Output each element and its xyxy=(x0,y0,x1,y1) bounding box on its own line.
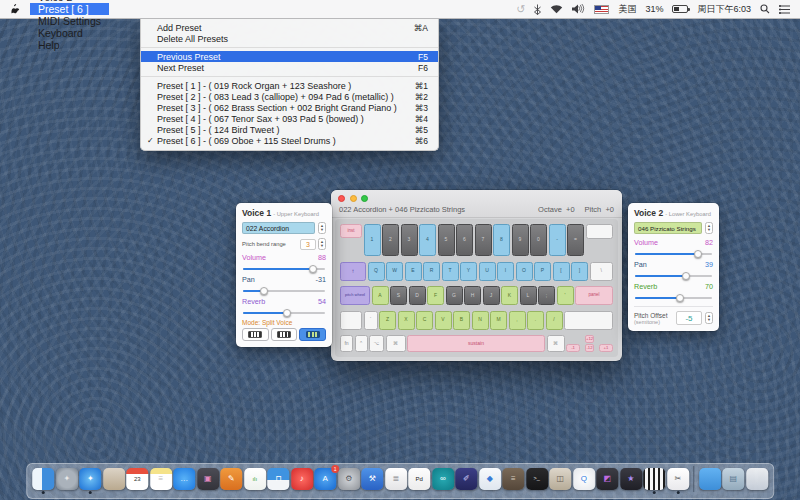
key-P[interactable]: P xyxy=(534,262,551,281)
voice1-instrument-stepper[interactable]: ▲▼ xyxy=(318,222,326,234)
key-M[interactable]: M xyxy=(490,311,507,330)
pitch-offset-value[interactable]: -5 xyxy=(676,311,702,325)
dock-arduino-icon[interactable]: ∞ xyxy=(432,468,454,490)
key-C[interactable]: C xyxy=(416,311,433,330)
pitch-offset-stepper[interactable]: ▲▼ xyxy=(705,312,713,324)
key-\[interactable]: \ xyxy=(590,262,614,281)
mode-single-voice-button[interactable] xyxy=(242,328,269,341)
option-key[interactable]: ⌥ xyxy=(369,335,384,352)
voice2-pan-slider-knob[interactable] xyxy=(682,272,690,280)
volume-icon[interactable] xyxy=(572,4,585,14)
inst-key[interactable]: inst xyxy=(340,224,362,238)
key-W[interactable]: W xyxy=(386,262,403,281)
dock-virtualbox-icon[interactable]: ◆ xyxy=(479,468,501,490)
pitch-bend-range-value[interactable]: 3 xyxy=(300,239,316,250)
dock-numbers-icon[interactable]: ılı xyxy=(244,468,266,490)
key-G[interactable]: G xyxy=(446,286,463,305)
delete-key[interactable] xyxy=(586,224,614,239)
key-;[interactable]: ; xyxy=(538,286,555,305)
dock-preview-icon[interactable] xyxy=(103,468,125,490)
dock-xcode-icon[interactable]: ⚒ xyxy=(361,468,383,490)
key-9[interactable]: 9 xyxy=(512,224,529,256)
pitch-bend-range-stepper[interactable]: ▲▼ xyxy=(318,238,326,250)
menu-item-preset--6[interactable]: ✓Preset [ 6 ] - ( 069 Oboe + 115 Steel D… xyxy=(141,135,438,146)
menu-help[interactable]: Help xyxy=(30,39,109,51)
key-T[interactable]: T xyxy=(442,262,459,281)
dock-imovie-icon[interactable]: ★ xyxy=(620,468,642,490)
dock-app-store-icon[interactable]: A1 xyxy=(314,468,336,490)
right-command-key[interactable]: ⌘ xyxy=(547,335,565,352)
dock-final-cut-icon[interactable]: ◩ xyxy=(596,468,618,490)
mode-dual-voice-button[interactable] xyxy=(271,328,298,341)
minimize-button[interactable] xyxy=(350,195,357,202)
wifi-icon[interactable] xyxy=(550,4,563,14)
menu-item-delete-all-presets[interactable]: Delete All Presets xyxy=(141,33,438,44)
window-titlebar[interactable]: 022 Accordion + 046 Pizzicato Strings Oc… xyxy=(331,190,622,218)
dock-clip-tool-icon[interactable]: ✂ xyxy=(667,468,689,490)
key-=[interactable]: = xyxy=(567,224,584,256)
dock-keynote-icon[interactable]: ⊓ xyxy=(267,468,289,490)
key-'[interactable]: ' xyxy=(557,286,574,305)
dock-pure-data-icon[interactable]: Pd xyxy=(408,468,430,490)
voice1-reverb-slider-knob[interactable] xyxy=(283,309,291,317)
key-.[interactable]: . xyxy=(527,311,544,330)
dock-photo-booth-icon[interactable]: ▣ xyxy=(197,468,219,490)
key-2[interactable]: 2 xyxy=(382,224,399,256)
key-1[interactable]: 1 xyxy=(364,224,381,256)
time-machine-icon[interactable]: ↺ xyxy=(516,3,525,16)
key-D[interactable]: D xyxy=(409,286,426,305)
dock-notes-icon[interactable]: ≡ xyxy=(150,468,172,490)
key-4[interactable]: 4 xyxy=(419,224,436,256)
key--12[interactable]: -12 xyxy=(585,344,593,352)
key-L[interactable]: L xyxy=(520,286,537,305)
voice1-reverb-slider[interactable] xyxy=(243,308,325,317)
semitone-up-key[interactable]: +1 xyxy=(599,344,613,352)
dock-quicktime-icon[interactable]: Q xyxy=(573,468,595,490)
key-3[interactable]: 3 xyxy=(401,224,418,256)
menu-clock[interactable]: 周日下午6:03 xyxy=(697,3,751,16)
pitch-wheel-key[interactable]: pitch wheel xyxy=(340,286,370,305)
key-`[interactable]: ` xyxy=(364,311,378,330)
fn-key[interactable]: fn xyxy=(340,335,353,352)
panel-key[interactable]: panel xyxy=(575,286,613,305)
key-O[interactable]: O xyxy=(516,262,533,281)
key-0[interactable]: 0 xyxy=(530,224,547,256)
menu-item-preset--5[interactable]: Preset [ 5 ] - ( 124 Bird Tweet )⌘5 xyxy=(141,124,438,135)
key-][interactable]: ] xyxy=(571,262,588,281)
spotlight-icon[interactable] xyxy=(760,4,770,14)
key-I[interactable]: I xyxy=(497,262,514,281)
voice2-volume-slider[interactable] xyxy=(635,249,712,258)
voice2-pan-slider[interactable] xyxy=(635,271,712,280)
voice1-volume-slider[interactable] xyxy=(243,264,325,273)
left-shift-key[interactable] xyxy=(340,311,362,330)
key-7[interactable]: 7 xyxy=(475,224,492,256)
dock-journal-icon[interactable]: ≡ xyxy=(502,468,524,490)
dock-pixelmator-icon[interactable]: ✐ xyxy=(455,468,477,490)
menu-item-next-preset[interactable]: Next PresetF6 xyxy=(141,62,438,73)
key-Y[interactable]: Y xyxy=(460,262,477,281)
voice1-instrument-popup[interactable]: 022 Accordion xyxy=(242,222,315,234)
right-shift-key[interactable] xyxy=(564,311,613,330)
dock-trash-icon[interactable] xyxy=(746,468,768,490)
apple-menu-icon[interactable] xyxy=(0,3,30,15)
menu-midi-settings[interactable]: MIDI Settings xyxy=(30,15,109,27)
key-F[interactable]: F xyxy=(427,286,444,305)
input-language-label[interactable]: 美国 xyxy=(618,3,636,16)
dock-text-editor-icon[interactable]: ≣ xyxy=(385,468,407,490)
notification-center-icon[interactable] xyxy=(779,5,790,14)
key--[interactable]: - xyxy=(549,224,566,256)
dock-finder-icon[interactable] xyxy=(32,468,54,490)
dock-itunes-icon[interactable]: ♪ xyxy=(291,468,313,490)
key-8[interactable]: 8 xyxy=(493,224,510,256)
semitone-down-key[interactable]: -1 xyxy=(566,344,580,352)
battery-icon[interactable] xyxy=(672,5,688,13)
input-language-flag-icon[interactable] xyxy=(594,5,609,14)
voice1-volume-slider-knob[interactable] xyxy=(309,265,317,273)
key-5[interactable]: 5 xyxy=(438,224,455,256)
octave-shift-key[interactable]: ↑ xyxy=(340,262,366,281)
dock-midikey-icon[interactable] xyxy=(643,468,665,490)
dock-grab-icon[interactable]: ◫ xyxy=(549,468,571,490)
key-[[interactable]: [ xyxy=(553,262,570,281)
key-B[interactable]: B xyxy=(453,311,470,330)
key-U[interactable]: U xyxy=(479,262,496,281)
